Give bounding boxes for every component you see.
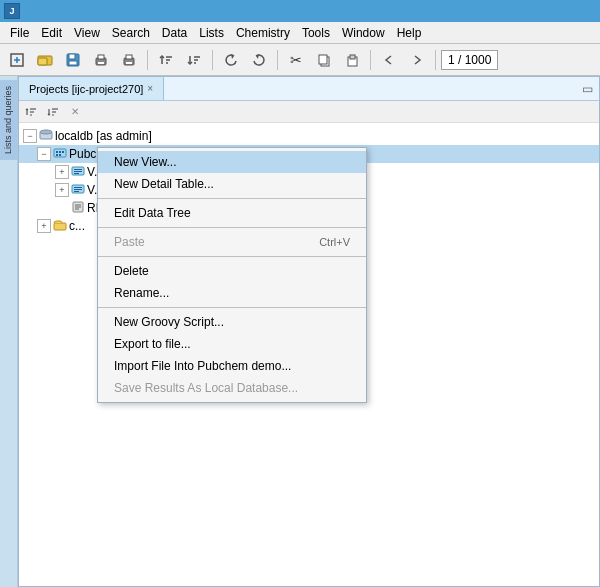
main-area: Lists and queries Projects [ijc-project2… (0, 76, 600, 587)
svg-point-35 (40, 130, 52, 134)
c-label: c... (69, 219, 85, 233)
ctx-save-local: Save Results As Local Database... (98, 377, 366, 399)
page-indicator: 1 / 1000 (441, 50, 498, 70)
panel-sort-desc-button[interactable] (43, 103, 63, 121)
menu-window[interactable]: Window (336, 24, 391, 42)
ctx-export[interactable]: Export to file... (98, 333, 366, 355)
expander-localdb[interactable]: − (23, 129, 37, 143)
sidebar-tab-lists[interactable]: Lists and queries (0, 80, 17, 160)
expander-v1[interactable]: + (55, 165, 69, 179)
ctx-delete[interactable]: Delete (98, 260, 366, 282)
svg-rect-4 (38, 58, 47, 65)
title-bar: J (0, 0, 600, 22)
sep4 (370, 50, 371, 70)
sidebar-tabs: Lists and queries (0, 76, 18, 587)
svg-rect-12 (126, 55, 132, 59)
undo-button[interactable] (218, 48, 244, 72)
svg-rect-49 (74, 191, 79, 192)
svg-rect-47 (74, 187, 82, 188)
main-toolbar: ✂ 1 / 1000 (0, 44, 600, 76)
svg-rect-6 (69, 54, 75, 59)
expander-v2[interactable]: + (55, 183, 69, 197)
panel-tab[interactable]: Projects [ijc-project270] × (19, 77, 164, 100)
svg-rect-43 (74, 169, 82, 170)
back-button[interactable] (376, 48, 402, 72)
projects-panel: Projects [ijc-project270] × ▭ ✕ − lo (18, 76, 600, 587)
svg-rect-40 (56, 154, 58, 156)
context-menu: New View... New Detail Table... Edit Dat… (97, 147, 367, 403)
menu-data[interactable]: Data (156, 24, 193, 42)
tree-area: − localdb [as admin] − Pubchem demo + (19, 123, 599, 586)
svg-rect-23 (319, 55, 327, 64)
cut-button[interactable]: ✂ (283, 48, 309, 72)
app-icon: J (4, 3, 20, 19)
localdb-label: localdb [as admin] (55, 129, 152, 143)
panel-sort-asc-button[interactable] (21, 103, 41, 121)
panel-maximize-button[interactable]: ▭ (576, 82, 599, 96)
menu-view[interactable]: View (68, 24, 106, 42)
svg-rect-10 (98, 62, 104, 64)
sort-asc-button[interactable] (153, 48, 179, 72)
panel-close-button[interactable]: × (147, 83, 153, 94)
expander-c[interactable]: + (37, 219, 51, 233)
svg-rect-48 (74, 189, 82, 190)
print2-button[interactable] (116, 48, 142, 72)
panel-tab-label: Projects [ijc-project270] (29, 83, 143, 95)
ctx-new-groovy[interactable]: New Groovy Script... (98, 311, 366, 333)
ctx-rename[interactable]: Rename... (98, 282, 366, 304)
svg-rect-54 (54, 223, 66, 230)
sep1 (147, 50, 148, 70)
panel-toolbar: ✕ (19, 101, 599, 123)
save-button[interactable] (60, 48, 86, 72)
forward-button[interactable] (404, 48, 430, 72)
svg-rect-44 (74, 171, 82, 172)
panel-header: Projects [ijc-project270] × ▭ (19, 77, 599, 101)
ctx-sep3 (98, 256, 366, 257)
svg-rect-38 (59, 151, 61, 153)
copy-button[interactable] (311, 48, 337, 72)
panel-filter-button[interactable]: ✕ (65, 103, 85, 121)
menu-help[interactable]: Help (391, 24, 428, 42)
sort-desc-button[interactable] (181, 48, 207, 72)
ctx-sep4 (98, 307, 366, 308)
ctx-new-detail-table[interactable]: New Detail Table... (98, 173, 366, 195)
sep2 (212, 50, 213, 70)
ctx-edit-data-tree[interactable]: Edit Data Tree (98, 202, 366, 224)
svg-rect-45 (74, 173, 79, 174)
menu-file[interactable]: File (4, 24, 35, 42)
tree-node-localdb[interactable]: − localdb [as admin] (19, 127, 599, 145)
menu-tools[interactable]: Tools (296, 24, 336, 42)
svg-rect-37 (56, 151, 58, 153)
ctx-import[interactable]: Import File Into Pubchem demo... (98, 355, 366, 377)
svg-rect-41 (59, 154, 61, 156)
expander-pubchem[interactable]: − (37, 147, 51, 161)
sep3 (277, 50, 278, 70)
svg-rect-7 (69, 61, 77, 65)
svg-rect-13 (126, 62, 132, 64)
menu-bar: File Edit View Search Data Lists Chemist… (0, 22, 600, 44)
ctx-sep1 (98, 198, 366, 199)
ctx-paste: Paste Ctrl+V (98, 231, 366, 253)
open-button[interactable] (32, 48, 58, 72)
menu-search[interactable]: Search (106, 24, 156, 42)
menu-lists[interactable]: Lists (193, 24, 230, 42)
sep5 (435, 50, 436, 70)
print-button[interactable] (88, 48, 114, 72)
paste-button[interactable] (339, 48, 365, 72)
ctx-new-view[interactable]: New View... (98, 151, 366, 173)
menu-chemistry[interactable]: Chemistry (230, 24, 296, 42)
svg-rect-25 (350, 55, 355, 59)
new-button[interactable] (4, 48, 30, 72)
ctx-sep2 (98, 227, 366, 228)
svg-rect-39 (62, 151, 64, 153)
menu-edit[interactable]: Edit (35, 24, 68, 42)
redo-button[interactable] (246, 48, 272, 72)
svg-rect-9 (98, 55, 104, 59)
